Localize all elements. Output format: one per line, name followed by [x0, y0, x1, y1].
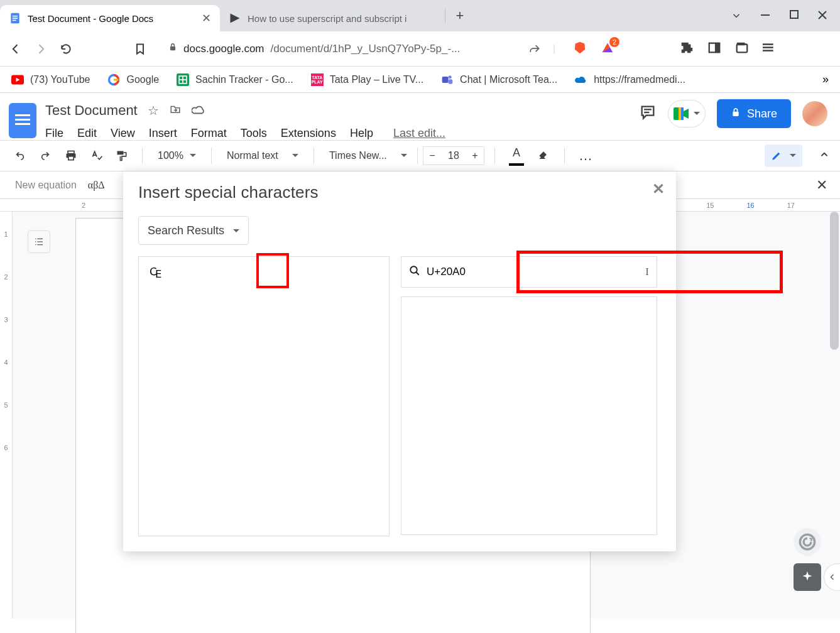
- browser-tab-inactive[interactable]: How to use superscript and subscript i: [220, 5, 440, 31]
- decrease-font-icon[interactable]: −: [423, 150, 441, 161]
- draw-character-panel[interactable]: [401, 296, 657, 535]
- style-value: Normal text: [227, 150, 278, 161]
- font-dropdown[interactable]: Times New...: [324, 148, 412, 164]
- character-search-box[interactable]: I: [401, 256, 657, 288]
- menu-extensions[interactable]: Extensions: [281, 127, 336, 140]
- bookmark-youtube[interactable]: (73) YouTube: [11, 73, 90, 86]
- address-bar[interactable]: docs.google.com/document/d/1hP_y_UsnQ7Yo…: [158, 37, 516, 61]
- undo-icon[interactable]: [10, 148, 30, 163]
- grammarly-button[interactable]: [794, 528, 821, 556]
- reload-icon[interactable]: [59, 42, 73, 56]
- category-dropdown[interactable]: Search Results: [138, 216, 249, 245]
- ruler-tick: 1: [4, 230, 8, 238]
- svg-rect-5: [790, 11, 798, 18]
- ruler-tick: 3: [4, 316, 8, 323]
- browser-tab-strip: Test Document - Google Docs ✕ How to use…: [0, 0, 840, 31]
- bookmark-teams[interactable]: Chat | Microsoft Tea...: [441, 73, 557, 86]
- bookmarks-overflow-icon[interactable]: »: [822, 73, 829, 86]
- menu-edit[interactable]: Edit: [77, 127, 97, 140]
- bookmark-label: Sachin Tracker - Go...: [195, 74, 293, 85]
- sidepanel-icon[interactable]: [707, 41, 721, 57]
- bookmark-tataplay[interactable]: TATAPLAY Tata Play – Live TV...: [311, 73, 423, 86]
- menu-help[interactable]: Help: [350, 127, 373, 140]
- bookmark-icon[interactable]: [133, 42, 147, 56]
- menu-view[interactable]: View: [111, 127, 135, 140]
- increase-font-icon[interactable]: +: [466, 150, 484, 161]
- explore-button[interactable]: [794, 563, 821, 591]
- site-favicon: [229, 12, 241, 24]
- outline-toggle-button[interactable]: [28, 230, 50, 253]
- svg-rect-11: [763, 43, 773, 45]
- last-edit-link[interactable]: Last edit...: [393, 127, 445, 140]
- print-icon[interactable]: [60, 147, 82, 165]
- menu-format[interactable]: Format: [191, 127, 227, 140]
- scrollbar-thumb[interactable]: [830, 212, 839, 350]
- menu-file[interactable]: File: [45, 127, 63, 140]
- ruler-tick: 5: [4, 401, 8, 409]
- wallet-icon[interactable]: [735, 41, 749, 57]
- search-icon: [409, 265, 420, 279]
- maximize-icon[interactable]: [790, 10, 799, 21]
- bookmark-label: Google: [126, 74, 159, 85]
- tabs-dropdown-icon[interactable]: [731, 10, 742, 21]
- svg-point-40: [410, 266, 417, 273]
- cloud-status-icon[interactable]: [192, 104, 205, 118]
- brave-icon[interactable]: [573, 40, 587, 58]
- close-equation-bar-icon[interactable]: ✕: [816, 177, 827, 193]
- bookmark-google[interactable]: Google: [107, 73, 159, 86]
- highlight-color-button[interactable]: [533, 147, 554, 165]
- vertical-ruler[interactable]: 1 2 3 4 5 6: [0, 212, 13, 619]
- menu-icon[interactable]: [763, 41, 775, 57]
- tab-close-icon[interactable]: ✕: [202, 11, 211, 25]
- text-color-button[interactable]: A: [505, 144, 528, 168]
- side-panel-toggle[interactable]: [824, 563, 840, 591]
- menu-insert[interactable]: Insert: [149, 127, 177, 140]
- character-results-grid: ₠: [138, 256, 390, 536]
- tab-title: Test Document - Google Docs: [28, 13, 153, 24]
- dialog-close-icon[interactable]: ✕: [652, 180, 665, 198]
- extension-brave-badge[interactable]: 2: [601, 41, 614, 57]
- font-size-value[interactable]: 18: [441, 150, 466, 161]
- svg-rect-10: [737, 42, 745, 45]
- new-tab-button[interactable]: +: [450, 8, 469, 24]
- redo-icon[interactable]: [35, 148, 55, 163]
- star-icon[interactable]: ☆: [148, 103, 159, 118]
- share-button[interactable]: Share: [717, 99, 791, 128]
- svg-rect-29: [68, 151, 74, 154]
- menu-tools[interactable]: Tools: [241, 127, 267, 140]
- ruler-tick: 4: [4, 359, 8, 366]
- equation-greek-group[interactable]: αβΔ: [88, 180, 105, 191]
- character-cell[interactable]: ₠: [143, 261, 168, 286]
- move-icon[interactable]: [169, 104, 182, 118]
- meet-button[interactable]: [668, 100, 706, 127]
- comments-icon[interactable]: [639, 104, 657, 124]
- special-characters-dialog: ✕ Insert special characters Search Resul…: [123, 171, 676, 551]
- svg-rect-31: [68, 156, 74, 160]
- more-tools-icon[interactable]: [575, 145, 596, 166]
- svg-rect-12: [763, 46, 773, 48]
- minimize-icon[interactable]: [761, 10, 771, 21]
- bookmark-sheets[interactable]: Sachin Tracker - Go...: [177, 73, 293, 86]
- spellcheck-icon[interactable]: [87, 147, 107, 165]
- docs-logo-icon[interactable]: [9, 103, 36, 138]
- bookmark-onedrive[interactable]: https://framedmedi...: [575, 73, 685, 86]
- close-window-icon[interactable]: [817, 10, 827, 21]
- svg-rect-6: [170, 46, 175, 50]
- share-url-icon[interactable]: [528, 42, 542, 56]
- editing-mode-button[interactable]: [765, 144, 802, 167]
- style-dropdown[interactable]: Normal text: [222, 148, 303, 164]
- back-icon[interactable]: [9, 42, 23, 56]
- paint-format-icon[interactable]: [112, 147, 132, 165]
- collapse-toolbar-icon[interactable]: [819, 149, 830, 163]
- font-size-stepper[interactable]: − 18 +: [423, 146, 484, 165]
- docs-header: Test Document ☆ File Edit View Insert Fo…: [0, 93, 840, 140]
- account-avatar[interactable]: [802, 101, 827, 126]
- cloud-icon: [575, 73, 587, 86]
- extensions-icon[interactable]: [680, 41, 694, 57]
- zoom-dropdown[interactable]: 100%: [153, 148, 201, 164]
- document-title[interactable]: Test Document: [45, 102, 138, 119]
- browser-tab-active[interactable]: Test Document - Google Docs ✕: [0, 5, 220, 31]
- equation-label[interactable]: New equation: [15, 180, 77, 191]
- character-search-input[interactable]: [427, 266, 639, 278]
- svg-point-39: [800, 534, 814, 549]
